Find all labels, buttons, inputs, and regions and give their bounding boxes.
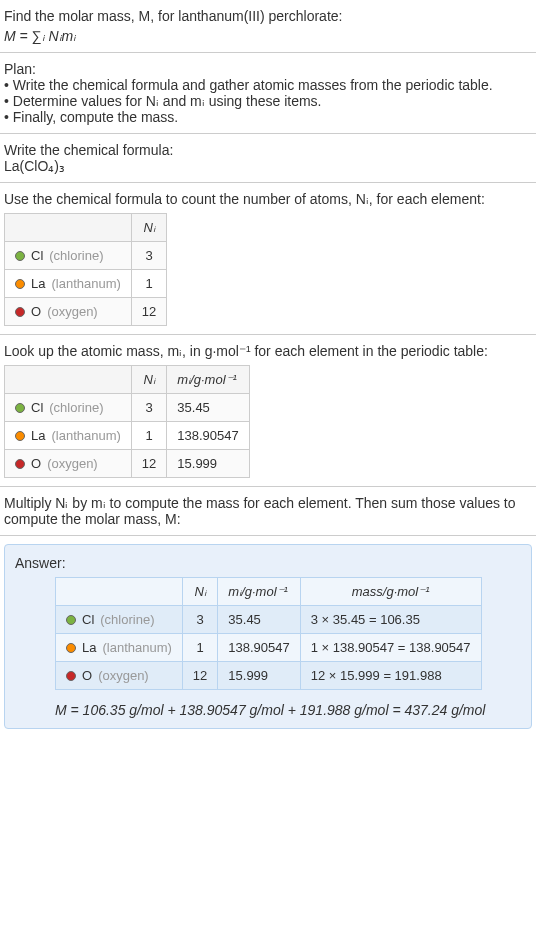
- answer-table: Nᵢ mᵢ/g·mol⁻¹ mass/g·mol⁻¹ Cl (chlorine)…: [55, 577, 482, 690]
- element-cell: La (lanthanum): [56, 634, 183, 662]
- formula-value: La(ClO₄)₃: [4, 158, 532, 174]
- n-value: 3: [131, 394, 166, 422]
- element-cell: O (oxygen): [5, 450, 132, 478]
- table-header-row: Nᵢ: [5, 214, 167, 242]
- m-value: 35.45: [218, 606, 300, 634]
- n-value: 1: [182, 634, 217, 662]
- multiply-section: Multiply Nᵢ by mᵢ to compute the mass fo…: [0, 487, 536, 536]
- plan-step-3: • Finally, compute the mass.: [4, 109, 532, 125]
- answer-final: M = 106.35 g/mol + 138.90547 g/mol + 191…: [55, 702, 521, 718]
- table-header-row: Nᵢ mᵢ/g·mol⁻¹: [5, 366, 250, 394]
- n-value: 12: [131, 450, 166, 478]
- element-symbol: O: [31, 456, 41, 471]
- table-row: Cl (chlorine) 3 35.45: [5, 394, 250, 422]
- header-m: mᵢ/g·mol⁻¹: [167, 366, 249, 394]
- count-section: Use the chemical formula to count the nu…: [0, 183, 536, 335]
- element-name: (lanthanum): [102, 640, 171, 655]
- answer-box: Answer: Nᵢ mᵢ/g·mol⁻¹ mass/g·mol⁻¹ Cl (c…: [4, 544, 532, 729]
- m-value: 35.45: [167, 394, 249, 422]
- table-row: O (oxygen) 12: [5, 298, 167, 326]
- plan-step-1: • Write the chemical formula and gather …: [4, 77, 532, 93]
- element-name: (chlorine): [49, 248, 103, 263]
- element-dot-icon: [15, 307, 25, 317]
- element-name: (oxygen): [98, 668, 149, 683]
- element-dot-icon: [15, 459, 25, 469]
- m-value: 15.999: [167, 450, 249, 478]
- count-heading: Use the chemical formula to count the nu…: [4, 191, 532, 207]
- mass-value: 3 × 35.45 = 106.35: [300, 606, 481, 634]
- element-cell: Cl (chlorine): [56, 606, 183, 634]
- m-value: 138.90547: [218, 634, 300, 662]
- element-cell: La (lanthanum): [5, 422, 132, 450]
- header-empty: [5, 214, 132, 242]
- element-symbol: Cl: [82, 612, 94, 627]
- lookup-heading: Look up the atomic mass, mᵢ, in g·mol⁻¹ …: [4, 343, 532, 359]
- formula-heading: Write the chemical formula:: [4, 142, 532, 158]
- n-value: 1: [131, 270, 166, 298]
- header-empty: [5, 366, 132, 394]
- table-header-row: Nᵢ mᵢ/g·mol⁻¹ mass/g·mol⁻¹: [56, 578, 482, 606]
- answer-label: Answer:: [15, 555, 521, 571]
- element-symbol: O: [31, 304, 41, 319]
- element-dot-icon: [15, 251, 25, 261]
- plan-step-2: • Determine values for Nᵢ and mᵢ using t…: [4, 93, 532, 109]
- mass-value: 1 × 138.90547 = 138.90547: [300, 634, 481, 662]
- plan-heading: Plan:: [4, 61, 532, 77]
- m-value: 15.999: [218, 662, 300, 690]
- table-row: La (lanthanum) 1 138.90547: [5, 422, 250, 450]
- element-symbol: O: [82, 668, 92, 683]
- lookup-table: Nᵢ mᵢ/g·mol⁻¹ Cl (chlorine) 3 35.45 La (…: [4, 365, 250, 478]
- element-dot-icon: [66, 643, 76, 653]
- count-table: Nᵢ Cl (chlorine) 3 La (lanthanum) 1 O (o…: [4, 213, 167, 326]
- element-cell: Cl (chlorine): [5, 394, 132, 422]
- element-symbol: Cl: [31, 248, 43, 263]
- header-n: Nᵢ: [131, 366, 166, 394]
- table-row: La (lanthanum) 1 138.90547 1 × 138.90547…: [56, 634, 482, 662]
- header-mass: mass/g·mol⁻¹: [300, 578, 481, 606]
- n-value: 1: [131, 422, 166, 450]
- element-name: (chlorine): [49, 400, 103, 415]
- intro-formula: M = ∑ᵢ Nᵢmᵢ: [4, 28, 532, 44]
- table-row: Cl (chlorine) 3 35.45 3 × 35.45 = 106.35: [56, 606, 482, 634]
- plan-section: Plan: • Write the chemical formula and g…: [0, 53, 536, 134]
- n-value: 3: [182, 606, 217, 634]
- element-name: (oxygen): [47, 304, 98, 319]
- formula-section: Write the chemical formula: La(ClO₄)₃: [0, 134, 536, 183]
- element-symbol: Cl: [31, 400, 43, 415]
- n-value: 12: [131, 298, 166, 326]
- table-row: O (oxygen) 12 15.999: [5, 450, 250, 478]
- intro-section: Find the molar mass, M, for lanthanum(II…: [0, 0, 536, 53]
- element-symbol: La: [31, 428, 45, 443]
- element-name: (chlorine): [100, 612, 154, 627]
- element-name: (lanthanum): [51, 276, 120, 291]
- element-dot-icon: [15, 279, 25, 289]
- element-cell: O (oxygen): [56, 662, 183, 690]
- header-n: Nᵢ: [131, 214, 166, 242]
- table-row: Cl (chlorine) 3: [5, 242, 167, 270]
- element-name: (lanthanum): [51, 428, 120, 443]
- element-symbol: La: [31, 276, 45, 291]
- n-value: 12: [182, 662, 217, 690]
- header-m: mᵢ/g·mol⁻¹: [218, 578, 300, 606]
- element-cell: Cl (chlorine): [5, 242, 132, 270]
- header-empty: [56, 578, 183, 606]
- lookup-section: Look up the atomic mass, mᵢ, in g·mol⁻¹ …: [0, 335, 536, 487]
- m-value: 138.90547: [167, 422, 249, 450]
- table-row: La (lanthanum) 1: [5, 270, 167, 298]
- header-n: Nᵢ: [182, 578, 217, 606]
- element-dot-icon: [15, 403, 25, 413]
- element-dot-icon: [66, 671, 76, 681]
- multiply-heading: Multiply Nᵢ by mᵢ to compute the mass fo…: [4, 495, 532, 527]
- element-symbol: La: [82, 640, 96, 655]
- n-value: 3: [131, 242, 166, 270]
- element-dot-icon: [15, 431, 25, 441]
- intro-text: Find the molar mass, M, for lanthanum(II…: [4, 8, 532, 24]
- element-dot-icon: [66, 615, 76, 625]
- element-name: (oxygen): [47, 456, 98, 471]
- element-cell: O (oxygen): [5, 298, 132, 326]
- element-cell: La (lanthanum): [5, 270, 132, 298]
- mass-value: 12 × 15.999 = 191.988: [300, 662, 481, 690]
- table-row: O (oxygen) 12 15.999 12 × 15.999 = 191.9…: [56, 662, 482, 690]
